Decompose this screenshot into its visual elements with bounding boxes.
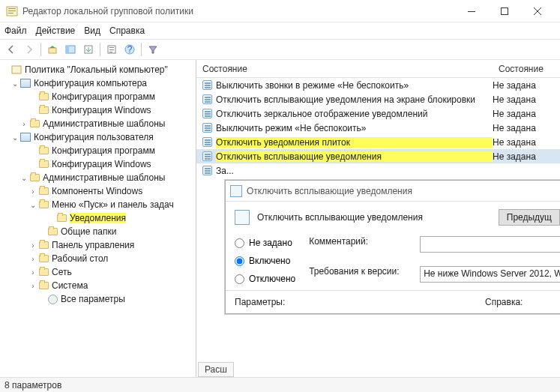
label-requirements: Требования к версии: <box>309 266 414 277</box>
svg-rect-4 <box>468 11 475 12</box>
setting-state: Не задана <box>493 80 560 91</box>
toolbar: ? <box>0 39 560 60</box>
maximize-button[interactable] <box>488 1 521 22</box>
list-row[interactable]: Отключить зеркальное отображение уведомл… <box>196 106 560 121</box>
tree-item[interactable]: Конфигурация Windows <box>1 103 194 117</box>
user-icon <box>19 132 31 142</box>
dialog-title: Отключить всплывающие уведомления <box>247 186 412 196</box>
tree-item[interactable]: ›Система <box>1 279 194 292</box>
back-button[interactable] <box>3 41 19 58</box>
tree-item[interactable]: Конфигурация Windows <box>1 157 194 171</box>
list-row[interactable]: Отключить всплывающие уведомленияНе зада… <box>196 149 560 163</box>
folder-icon <box>37 186 49 196</box>
tree-item[interactable]: ›Административные шаблоны <box>1 117 194 130</box>
svg-rect-18 <box>12 66 21 73</box>
list-row[interactable]: Отключить всплывающие уведомления на экр… <box>196 92 560 106</box>
tree-item[interactable]: Общие папки <box>1 225 194 238</box>
status-text: 8 параметров <box>4 380 61 391</box>
svg-rect-5 <box>502 7 508 14</box>
tree-panel[interactable]: Политика "Локальный компьютер" ⌄Конфигур… <box>0 60 196 377</box>
radio-not-set[interactable]: Не задано <box>235 238 295 248</box>
folder-icon <box>37 267 49 277</box>
svg-rect-10 <box>66 46 69 53</box>
list-header: Состояние Состояние <box>196 60 560 78</box>
minimize-button[interactable] <box>455 1 488 22</box>
tree-item[interactable]: ›Панель управления <box>1 238 194 252</box>
forward-button[interactable] <box>21 41 37 58</box>
tree-item[interactable]: Конфигурация программ <box>1 144 194 157</box>
setting-icon <box>201 122 213 134</box>
tree-all-params[interactable]: Все параметры <box>1 292 194 306</box>
dialog-params-bar: Параметры: Справка: <box>226 290 560 313</box>
list-body[interactable]: Выключить звонки в режиме «Не беспокоить… <box>196 78 560 178</box>
folder-icon <box>37 145 49 156</box>
radio-disabled[interactable]: Отключено <box>235 274 295 284</box>
menubar: Файл Действие Вид Справка <box>0 22 560 39</box>
folder-icon <box>37 159 49 169</box>
folder-icon <box>55 213 67 223</box>
setting-name: Отключить всплывающие уведомления на экр… <box>216 94 493 105</box>
folder-icon <box>37 280 49 291</box>
folder-icon <box>37 91 49 102</box>
setting-icon <box>201 79 213 91</box>
tree-item[interactable]: ⌄Административные шаблоны <box>1 171 194 184</box>
comment-field[interactable] <box>420 236 560 253</box>
setting-icon <box>201 165 213 177</box>
menu-action[interactable]: Действие <box>36 25 76 36</box>
setting-name: За... <box>216 166 493 176</box>
tree-item[interactable]: ›Сеть <box>1 265 194 279</box>
svg-rect-14 <box>109 49 114 50</box>
policy-dialog: Отключить всплывающие уведомления Отключ… <box>225 180 560 314</box>
tab-extended[interactable]: Расш <box>198 362 234 377</box>
setting-icon <box>235 210 250 225</box>
tree-item[interactable]: ›Рабочий стол <box>1 252 194 265</box>
close-button[interactable] <box>521 1 554 22</box>
setting-state: Не задана <box>493 94 560 105</box>
up-button[interactable] <box>44 41 61 58</box>
tree-cfg-user[interactable]: ⌄Конфигурация пользователя <box>1 130 194 144</box>
help-label: Справка: <box>485 297 560 307</box>
svg-rect-8 <box>49 48 56 53</box>
tree-item[interactable]: Конфигурация программ <box>1 90 194 103</box>
setting-state: Не задана <box>493 109 560 119</box>
policy-icon <box>10 64 22 75</box>
label-comment: Комментарий: <box>309 236 414 247</box>
dialog-heading: Отключить всплывающие уведомления <box>257 212 491 223</box>
dialog-titlebar[interactable]: Отключить всплывающие уведомления <box>226 181 560 202</box>
menu-file[interactable]: Файл <box>4 25 27 36</box>
tree-notifications[interactable]: Уведомления <box>1 211 194 225</box>
properties-button[interactable] <box>103 41 120 58</box>
radio-enabled[interactable]: Включено <box>235 256 295 266</box>
export-button[interactable] <box>80 41 97 58</box>
svg-rect-1 <box>8 8 16 9</box>
dialog-icon <box>230 185 242 197</box>
computer-icon <box>19 78 31 88</box>
menu-help[interactable]: Справка <box>109 25 145 36</box>
list-row[interactable]: Выключить режим «Не беспокоить»Не задана <box>196 121 560 135</box>
tree-item[interactable]: ⌄Меню «Пуск» и панель задач <box>1 198 194 211</box>
help-button[interactable]: ? <box>121 41 138 58</box>
tree-cfg-computer[interactable]: ⌄Конфигурация компьютера <box>1 76 194 90</box>
tree-root[interactable]: Политика "Локальный компьютер" <box>1 63 194 76</box>
svg-rect-13 <box>109 47 114 48</box>
setting-icon <box>201 108 213 120</box>
folder-icon <box>37 199 49 210</box>
column-state2[interactable]: Состояние <box>493 64 560 74</box>
svg-rect-2 <box>8 10 16 11</box>
params-label: Параметры: <box>235 297 485 307</box>
folder-icon <box>28 118 40 129</box>
list-row[interactable]: Выключить звонки в режиме «Не беспокоить… <box>196 78 560 92</box>
show-hide-tree-button[interactable] <box>62 41 79 58</box>
previous-button[interactable]: Предыдущ <box>499 209 560 226</box>
menu-view[interactable]: Вид <box>84 25 100 36</box>
column-state[interactable]: Состояние <box>196 64 493 74</box>
setting-icon <box>201 151 213 163</box>
setting-name: Выключить звонки в режиме «Не беспокоить… <box>216 80 493 91</box>
folder-icon <box>37 105 49 115</box>
gear-icon <box>46 294 58 304</box>
filter-button[interactable] <box>145 41 161 58</box>
setting-icon <box>201 136 213 148</box>
list-row[interactable]: За... <box>196 163 560 178</box>
tree-item[interactable]: ›Компоненты Windows <box>1 184 194 198</box>
list-row[interactable]: Отключить уведомления плитокНе задана <box>196 135 560 149</box>
